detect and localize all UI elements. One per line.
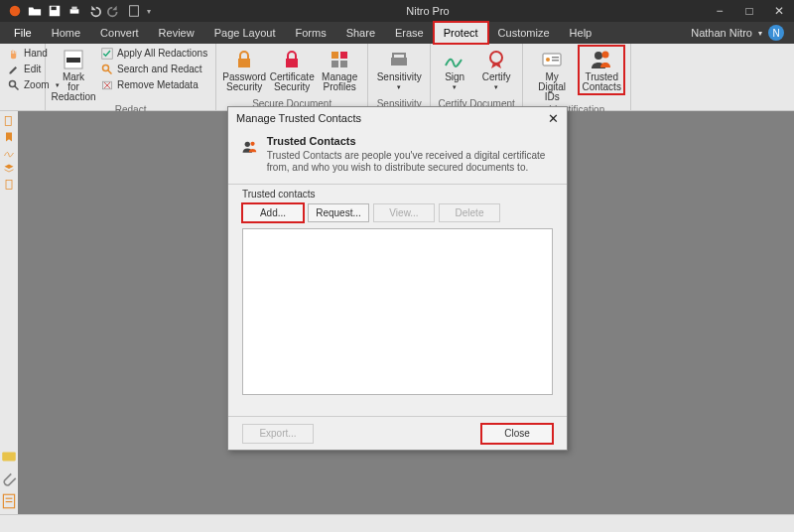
svg-rect-18 xyxy=(391,58,407,66)
tab-review[interactable]: Review xyxy=(149,22,204,44)
layers-panel-icon[interactable] xyxy=(3,163,15,175)
form-icon[interactable] xyxy=(127,4,141,18)
tab-share[interactable]: Share xyxy=(336,22,385,44)
svg-rect-22 xyxy=(552,57,559,59)
attach-icon[interactable] xyxy=(0,470,18,488)
svg-rect-5 xyxy=(130,6,139,17)
certificate-lock-icon xyxy=(280,48,304,71)
close-window-button[interactable]: ✕ xyxy=(764,0,794,22)
dialog-title: Manage Trusted Contacts xyxy=(236,112,361,124)
add-button[interactable]: Add... xyxy=(242,203,304,222)
certificate-security-button[interactable]: CertificateSecurity xyxy=(270,46,314,94)
folder-icon[interactable] xyxy=(28,4,42,18)
svg-point-21 xyxy=(546,58,550,62)
zoom-icon xyxy=(8,79,20,91)
sensitivity-icon xyxy=(387,48,411,71)
menu-tabstrip: File Home Convert Review Page Layout For… xyxy=(0,22,794,44)
dialog-titlebar: Manage Trusted Contacts ✕ xyxy=(228,107,567,129)
sign-button[interactable]: Sign▾ xyxy=(437,46,472,94)
manage-profiles-button[interactable]: ManageProfiles xyxy=(318,46,361,94)
print-icon[interactable] xyxy=(67,4,81,18)
maximize-button[interactable]: □ xyxy=(734,0,764,22)
lock-icon xyxy=(232,48,256,71)
undo-icon[interactable] xyxy=(87,4,101,18)
edit-icon xyxy=(8,64,20,75)
trusted-contacts-label: Trusted contacts xyxy=(228,189,567,200)
tab-file[interactable]: File xyxy=(4,27,42,39)
tab-forms[interactable]: Forms xyxy=(285,22,335,44)
certify-button[interactable]: Certify▾ xyxy=(476,46,516,94)
redo-icon[interactable] xyxy=(107,4,121,18)
search-and-redact-button[interactable]: Search and Redact xyxy=(99,62,209,76)
pages-panel-icon[interactable] xyxy=(3,115,15,127)
svg-point-33 xyxy=(250,142,254,146)
tab-help[interactable]: Help xyxy=(560,22,602,44)
bookmarks-panel-icon[interactable] xyxy=(3,131,15,143)
id-card-icon xyxy=(540,48,564,71)
dialog-heading: Trusted Contacts xyxy=(267,135,553,147)
svg-rect-16 xyxy=(331,61,338,67)
tab-customize[interactable]: Customize xyxy=(488,22,560,44)
svg-rect-26 xyxy=(5,117,11,126)
comment-icon[interactable] xyxy=(0,449,18,466)
minimize-button[interactable]: − xyxy=(705,0,734,22)
svg-rect-23 xyxy=(552,60,559,62)
tab-erase[interactable]: Erase xyxy=(385,22,434,44)
svg-rect-31 xyxy=(6,501,13,502)
svg-rect-14 xyxy=(331,52,338,59)
tab-home[interactable]: Home xyxy=(42,22,90,44)
trusted-contacts-listbox[interactable] xyxy=(242,228,553,395)
signatures-panel-icon[interactable] xyxy=(3,147,15,159)
contacts-icon xyxy=(590,48,613,71)
statusbar xyxy=(0,514,794,532)
user-menu[interactable]: Nathan Nitro ▾ N xyxy=(691,25,790,41)
trusted-contacts-button[interactable]: TrustedContacts xyxy=(579,46,624,94)
trusted-contacts-icon xyxy=(242,135,257,159)
titlebar: ▾ Nitro Pro − □ ✕ xyxy=(0,0,794,22)
dialog-close-button[interactable]: ✕ xyxy=(548,111,559,126)
sensitivity-button[interactable]: Sensitivity▾ xyxy=(374,46,424,94)
my-digital-ids-button[interactable]: My DigitalIDs xyxy=(529,46,575,104)
svg-point-25 xyxy=(602,52,609,59)
svg-rect-15 xyxy=(340,52,347,59)
mark-for-redaction-button[interactable]: Mark forRedaction xyxy=(52,46,95,104)
tab-page-layout[interactable]: Page Layout xyxy=(204,22,286,44)
svg-point-32 xyxy=(245,142,250,147)
dialog-description: Trusted Contacts are people you've recei… xyxy=(267,150,553,174)
bottom-left-toolbar xyxy=(0,445,18,514)
user-name: Nathan Nitro xyxy=(691,27,752,39)
svg-point-0 xyxy=(10,6,21,17)
check-icon xyxy=(101,48,113,60)
hand-icon xyxy=(8,48,20,60)
svg-point-19 xyxy=(490,52,502,64)
svg-point-6 xyxy=(10,80,16,86)
remove-metadata-button[interactable]: Remove Metadata xyxy=(99,77,209,92)
attachments-panel-icon[interactable] xyxy=(3,179,15,191)
app-icon xyxy=(8,4,22,18)
svg-point-24 xyxy=(595,52,602,60)
password-security-button[interactable]: PasswordSecurity xyxy=(222,46,266,94)
svg-rect-27 xyxy=(6,181,12,190)
delete-button[interactable]: Delete xyxy=(439,203,500,222)
search-icon xyxy=(101,64,113,75)
apply-all-redactions-button[interactable]: Apply All Redactions xyxy=(99,46,209,61)
svg-rect-17 xyxy=(340,61,347,67)
avatar: N xyxy=(768,25,784,41)
view-button[interactable]: View... xyxy=(373,203,435,222)
export-button[interactable]: Export... xyxy=(242,424,314,444)
output-icon[interactable] xyxy=(0,492,18,510)
save-icon[interactable] xyxy=(48,4,62,18)
quick-access-toolbar: ▾ xyxy=(0,4,151,18)
request-button[interactable]: Request... xyxy=(308,203,369,222)
tab-protect[interactable]: Protect xyxy=(434,22,488,44)
close-button[interactable]: Close xyxy=(481,424,553,444)
sign-icon xyxy=(443,48,466,71)
manage-trusted-contacts-dialog: Manage Trusted Contacts ✕ Trusted Contac… xyxy=(227,106,568,451)
redaction-icon xyxy=(62,48,85,71)
ribbon: Hand Edit Zoom▾ Mark forRedaction Apply … xyxy=(0,44,794,111)
svg-point-10 xyxy=(103,65,109,70)
svg-rect-4 xyxy=(71,7,76,11)
tab-convert[interactable]: Convert xyxy=(90,22,149,44)
profiles-icon xyxy=(328,48,351,71)
svg-rect-2 xyxy=(52,7,57,11)
